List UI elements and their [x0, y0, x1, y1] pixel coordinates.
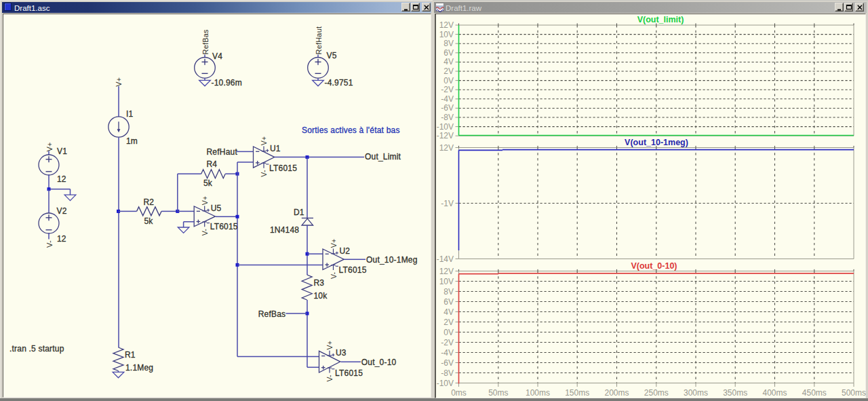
svg-text:V+: V+	[326, 341, 334, 350]
svg-text:RefBas: RefBas	[201, 29, 210, 55]
svg-text:-14V: -14V	[437, 254, 454, 264]
svg-text:4V: 4V	[443, 307, 454, 317]
svg-text:12: 12	[57, 234, 66, 244]
svg-text:RefHaut: RefHaut	[207, 147, 238, 157]
svg-text:R1: R1	[125, 350, 136, 360]
svg-text:Out_Limit: Out_Limit	[365, 152, 401, 161]
svg-text:R4: R4	[207, 159, 218, 169]
svg-text:12V: 12V	[439, 20, 454, 30]
svg-text:V(out_0-10): V(out_0-10)	[631, 261, 677, 271]
svg-text:8V: 8V	[443, 39, 454, 48]
svg-text:10k: 10k	[314, 291, 328, 301]
svg-text:RefHaut: RefHaut	[315, 26, 323, 55]
svg-text:1m: 1m	[126, 136, 138, 146]
svg-text:RefBas: RefBas	[258, 309, 286, 319]
svg-text:-10.96m: -10.96m	[212, 78, 242, 88]
svg-text:-10V: -10V	[437, 379, 454, 388]
svg-text:350ms: 350ms	[723, 388, 747, 398]
svg-text:12: 12	[57, 174, 66, 184]
svg-text:V4: V4	[212, 52, 222, 61]
svg-text:V+: V+	[115, 77, 123, 87]
svg-text:400ms: 400ms	[762, 388, 787, 398]
svg-text:U2: U2	[340, 246, 351, 256]
svg-text:R3: R3	[314, 278, 325, 288]
svg-text:R2: R2	[144, 197, 155, 207]
svg-text:-2V: -2V	[441, 338, 454, 347]
svg-text:100ms: 100ms	[526, 388, 550, 398]
svg-text:D1: D1	[294, 208, 304, 217]
svg-text:V-: V-	[201, 229, 209, 236]
svg-text:LT6015: LT6015	[335, 368, 363, 378]
svg-text:V5: V5	[327, 51, 337, 60]
svg-text:450ms: 450ms	[802, 388, 827, 398]
svg-text:V+: V+	[260, 136, 268, 146]
svg-text:2V: 2V	[443, 66, 454, 76]
svg-text:150ms: 150ms	[565, 388, 589, 398]
svg-text:0ms: 0ms	[451, 388, 467, 398]
svg-text:-4V: -4V	[441, 348, 454, 358]
svg-text:-4.9751: -4.9751	[325, 78, 353, 88]
svg-text:-12V: -12V	[437, 131, 454, 140]
svg-text:V-: V-	[45, 240, 54, 248]
svg-text:0V: 0V	[443, 328, 454, 337]
svg-text:.tran .5 startup: .tran .5 startup	[9, 344, 64, 354]
svg-text:200ms: 200ms	[604, 388, 629, 398]
svg-text:I1: I1	[126, 109, 134, 119]
svg-text:V1: V1	[57, 147, 67, 156]
svg-text:12V: 12V	[439, 267, 454, 276]
svg-text:-6V: -6V	[441, 103, 454, 113]
svg-text:1N4148: 1N4148	[270, 225, 299, 235]
svg-text:V-: V-	[260, 170, 268, 177]
svg-text:1.1Meg: 1.1Meg	[125, 363, 153, 373]
svg-text:5k: 5k	[203, 178, 213, 188]
svg-text:6V: 6V	[443, 48, 454, 58]
svg-text:-6V: -6V	[441, 358, 454, 368]
svg-text:U5: U5	[211, 204, 222, 213]
svg-text:10V: 10V	[439, 30, 454, 39]
svg-text:-1V: -1V	[441, 199, 454, 208]
svg-text:0V: 0V	[443, 76, 454, 85]
svg-text:U1: U1	[270, 144, 281, 153]
svg-text:Sorties actives à l'état bas: Sorties actives à l'état bas	[302, 126, 400, 135]
svg-text:4V: 4V	[443, 57, 454, 66]
svg-text:10V: 10V	[439, 277, 454, 286]
svg-text:250ms: 250ms	[644, 388, 669, 398]
svg-text:V2: V2	[57, 206, 67, 216]
svg-text:V(out_10-1meg): V(out_10-1meg)	[625, 138, 688, 147]
svg-text:300ms: 300ms	[684, 388, 708, 398]
svg-text:-8V: -8V	[441, 368, 454, 378]
svg-text:V(out_limit): V(out_limit)	[637, 15, 684, 24]
svg-text:12V: 12V	[439, 143, 454, 153]
svg-text:V+: V+	[201, 196, 209, 206]
svg-text:-8V: -8V	[441, 113, 454, 122]
svg-text:V-: V-	[326, 375, 334, 382]
svg-text:LT6015: LT6015	[339, 265, 367, 275]
svg-text:2V: 2V	[443, 318, 454, 327]
svg-text:U3: U3	[336, 348, 347, 358]
svg-text:-4V: -4V	[441, 94, 454, 104]
svg-text:Out_0-10: Out_0-10	[361, 358, 397, 367]
svg-text:-2V: -2V	[441, 85, 454, 94]
svg-text:6V: 6V	[443, 297, 454, 307]
svg-text:50ms: 50ms	[488, 388, 508, 398]
svg-text:V-: V-	[330, 271, 338, 279]
svg-text:LT6015: LT6015	[210, 222, 238, 231]
svg-text:Out_10-1Meg: Out_10-1Meg	[366, 255, 418, 265]
svg-text:LT6015: LT6015	[269, 164, 297, 173]
svg-text:500ms: 500ms	[842, 388, 866, 398]
svg-text:V+: V+	[330, 239, 338, 248]
svg-text:V+: V+	[45, 142, 54, 151]
svg-text:8V: 8V	[443, 287, 454, 297]
svg-text:5k: 5k	[144, 216, 154, 226]
svg-text:-10V: -10V	[437, 122, 454, 132]
